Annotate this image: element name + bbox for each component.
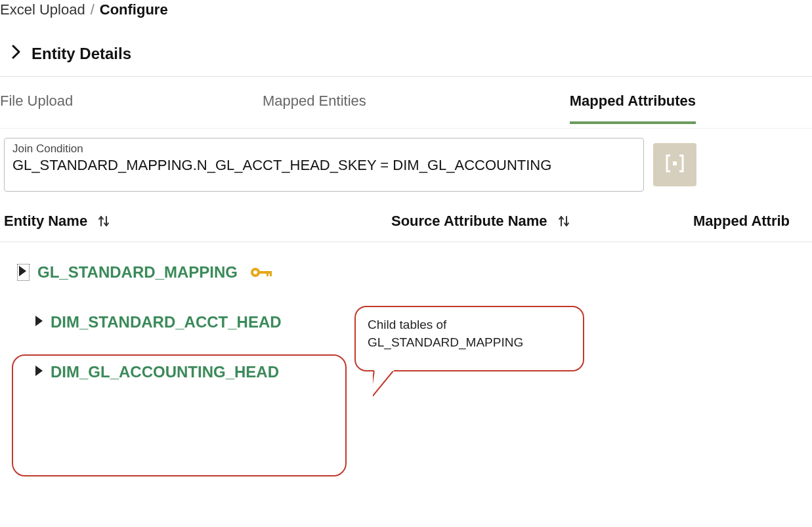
callout-line2: GL_STANDARD_MAPPING (368, 334, 571, 352)
tab-file-upload[interactable]: File Upload (0, 93, 85, 121)
svg-point-2 (253, 270, 257, 274)
annotation-callout: Child tables of GL_STANDARD_MAPPING (354, 306, 584, 371)
join-condition-input[interactable]: Join Condition GL_STANDARD_MAPPING.N_GL_… (4, 138, 644, 192)
column-mapped-attribute[interactable]: Mapped Attrib (693, 213, 790, 229)
section-title: Entity Details (32, 45, 131, 63)
key-icon (249, 265, 274, 280)
callout-line1: Child tables of (368, 316, 571, 334)
tab-bar: File Upload Mapped Entities Mapped Attri… (0, 76, 812, 129)
svg-rect-5 (270, 271, 272, 276)
triangle-right-icon (19, 266, 26, 276)
triangle-right-icon (35, 316, 43, 326)
column-header-row: Entity Name Source Attribute Name Mapped… (0, 201, 812, 242)
column-entity-name[interactable]: Entity Name (4, 213, 87, 230)
callout-tail-icon (373, 370, 412, 403)
join-condition-value: GL_STANDARD_MAPPING.N_GL_ACCT_HEAD_SKEY … (12, 157, 635, 174)
entity-details-header[interactable]: Entity Details (0, 18, 812, 76)
breadcrumb: Excel Upload / Configure (0, 0, 812, 18)
annotation-box (12, 354, 347, 476)
svg-rect-3 (259, 271, 271, 274)
entity-name[interactable]: GL_STANDARD_MAPPING (37, 263, 238, 282)
tab-mapped-entities[interactable]: Mapped Entities (263, 93, 366, 121)
chevron-right-icon (12, 45, 21, 63)
tab-mapped-attributes[interactable]: Mapped Attributes (570, 93, 696, 124)
svg-rect-0 (673, 161, 677, 165)
expand-toggle[interactable] (35, 316, 43, 329)
sort-icon[interactable] (96, 214, 111, 228)
sort-icon[interactable] (557, 214, 571, 228)
breadcrumb-separator: / (91, 1, 95, 18)
join-condition-row: Join Condition GL_STANDARD_MAPPING.N_GL_… (0, 129, 812, 201)
breadcrumb-parent[interactable]: Excel Upload (0, 1, 85, 18)
entity-row-parent[interactable]: GL_STANDARD_MAPPING (17, 259, 812, 285)
brackets-icon (663, 152, 687, 178)
breadcrumb-current: Configure (100, 1, 168, 18)
column-source-attribute[interactable]: Source Attribute Name (391, 213, 547, 230)
svg-rect-4 (267, 271, 268, 276)
join-builder-button[interactable] (653, 143, 696, 186)
expand-toggle[interactable] (17, 264, 30, 281)
entity-name[interactable]: DIM_STANDARD_ACCT_HEAD (51, 313, 282, 331)
join-condition-label: Join Condition (12, 142, 635, 156)
